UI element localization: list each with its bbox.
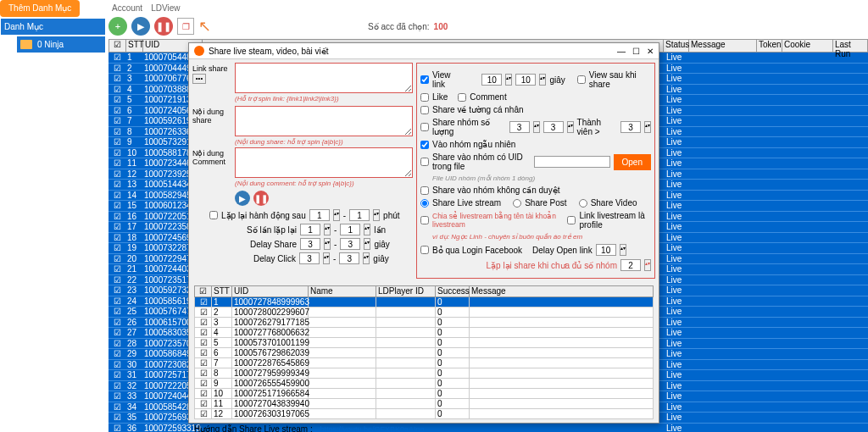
- sub-table-row[interactable]: ☑910007265554599000: [194, 379, 654, 389]
- boqua-checkbox[interactable]: [420, 246, 429, 254]
- sharenhom-checkbox[interactable]: [420, 123, 429, 131]
- comment-checkbox[interactable]: [458, 93, 466, 102]
- sub-table-row[interactable]: ☑510005737010011990: [194, 338, 654, 348]
- viewsau-checkbox[interactable]: [577, 75, 586, 84]
- linkprofile-checkbox[interactable]: [567, 216, 576, 224]
- sub-table-row[interactable]: ☑110007278489999630: [194, 297, 654, 307]
- device-button[interactable]: ❐: [177, 18, 194, 35]
- delay-share-max[interactable]: [340, 238, 360, 250]
- chiase-hint: ví dụ: Ngọc Linh - chuyên sỉ buôn quần á…: [432, 233, 651, 241]
- spinner[interactable]: ▴▾: [620, 244, 626, 256]
- dialog-pause-button[interactable]: ❚❚: [253, 191, 269, 206]
- nhom-min[interactable]: [509, 121, 530, 133]
- sub-table-row[interactable]: ☑1210007263031970650: [194, 409, 654, 419]
- viewlink-label: View link: [432, 70, 461, 89]
- repeat-label: Lặp lại hành động sau: [221, 211, 306, 220]
- sharevideo-radio[interactable]: [579, 199, 587, 208]
- open-button[interactable]: Open: [614, 154, 651, 170]
- guide-label: Hướng dẫn Share Live stream :: [194, 424, 313, 432]
- dialog-titlebar: Share live steam, video, bài viết — ☐ ✕: [189, 43, 659, 59]
- pause-button[interactable]: ❚❚: [154, 17, 173, 36]
- spinner[interactable]: ▴▾: [364, 238, 370, 250]
- spinner[interactable]: ▴▾: [567, 121, 574, 133]
- sub-table-row[interactable]: ☑410007277680066320: [194, 328, 654, 338]
- tab-ldview[interactable]: LDView: [151, 3, 180, 13]
- count-label: Số lần lặp lại: [247, 225, 297, 235]
- nhom-max[interactable]: [543, 121, 564, 133]
- add-category-button[interactable]: Thêm Danh Mục: [0, 0, 80, 17]
- minimize-button[interactable]: —: [617, 47, 626, 56]
- col-status: Status: [664, 40, 689, 52]
- chiase-checkbox[interactable]: [420, 216, 429, 224]
- spinner[interactable]: ▴▾: [333, 209, 340, 221]
- viewsau-label: View sau khi share: [589, 70, 651, 89]
- sharevaonhom-checkbox[interactable]: [420, 158, 429, 166]
- dialog-play-button[interactable]: ▶: [235, 191, 250, 206]
- guide-link[interactable]: https://youtu.be/GFXBK0aAIpo: [320, 425, 425, 432]
- sub-table-row[interactable]: ☑1010007251719665840: [194, 389, 654, 399]
- sub-table-row[interactable]: ☑810007279599993490: [194, 368, 654, 379]
- spinner[interactable]: ▴▾: [324, 224, 331, 235]
- delay-click-label: Delay Click: [253, 254, 296, 263]
- file-hint: File UID nhóm (mỗi nhóm 1 dòng): [432, 174, 651, 182]
- viewlink-min[interactable]: [481, 74, 502, 86]
- spinner[interactable]: ▴▾: [644, 121, 651, 133]
- repeat-max-input[interactable]: [349, 209, 370, 221]
- sub-table-row[interactable]: ☑610005767298620390: [194, 348, 654, 358]
- col-cookie: Cookie: [782, 40, 833, 52]
- count-max-input[interactable]: [340, 224, 360, 235]
- nd-share-input[interactable]: [235, 106, 413, 136]
- delay-share-min[interactable]: [300, 238, 320, 250]
- laplaishare-input[interactable]: [620, 259, 641, 271]
- delay-click-max[interactable]: [339, 252, 359, 264]
- spinner[interactable]: ▴▾: [505, 74, 512, 86]
- link-share-input[interactable]: [235, 63, 413, 93]
- uid-file-input[interactable]: [534, 156, 610, 168]
- sharetuong-checkbox[interactable]: [420, 106, 429, 114]
- sub-table-row[interactable]: ☑310007262791771850: [194, 318, 654, 328]
- sub-table-row[interactable]: ☑1110007270438399400: [194, 399, 654, 409]
- add-button[interactable]: +: [108, 17, 127, 36]
- spinner[interactable]: ▴▾: [533, 121, 540, 133]
- app-icon: [194, 46, 204, 56]
- play-button[interactable]: ▶: [131, 17, 150, 36]
- folder-icon: [20, 40, 32, 49]
- sidebar-item-danhmuc[interactable]: Danh Mục: [1, 19, 105, 35]
- delay-share-label: Delay Share: [250, 240, 297, 249]
- viewlink-max[interactable]: [515, 74, 536, 86]
- close-button[interactable]: ✕: [647, 47, 654, 56]
- delayopen-input[interactable]: [596, 244, 616, 256]
- spinner[interactable]: ▴▾: [363, 252, 370, 264]
- spinner[interactable]: ▴▾: [373, 209, 380, 221]
- sharelive-radio[interactable]: [420, 199, 429, 208]
- dialog-title: Share live steam, video, bài viết: [209, 47, 329, 56]
- spinner[interactable]: ▴▾: [324, 238, 331, 250]
- spinner[interactable]: ▴▾: [539, 74, 546, 86]
- khongduyet-checkbox[interactable]: [420, 186, 429, 195]
- sub-table-row[interactable]: ☑710007228765458690: [194, 358, 654, 368]
- nd-comment-input[interactable]: [235, 147, 413, 178]
- maximize-button[interactable]: ☐: [632, 47, 640, 56]
- tab-account[interactable]: Account: [112, 3, 142, 13]
- thanhvien-input[interactable]: [620, 121, 641, 133]
- nd-share-hint: (Nội dung share: hỗ trợ spin {a|b|c}): [235, 138, 413, 146]
- col-message: Message: [689, 40, 757, 52]
- header-checkbox[interactable]: ☑: [109, 40, 126, 52]
- delay-click-min[interactable]: [299, 252, 320, 264]
- spinner[interactable]: ▴▾: [364, 224, 370, 235]
- sidebar-item-ninja[interactable]: 0 Ninja: [17, 36, 105, 53]
- sub-header-checkbox[interactable]: ☑: [195, 286, 212, 296]
- repeat-min-input[interactable]: [309, 209, 330, 221]
- vaonhom-checkbox[interactable]: [420, 141, 429, 149]
- sub-table-row[interactable]: ☑210007280022996070: [194, 307, 654, 318]
- spinner[interactable]: ▴▾: [644, 259, 651, 271]
- viewlink-checkbox[interactable]: [420, 75, 429, 84]
- col-stt: STT: [126, 40, 143, 52]
- spinner[interactable]: ▴▾: [323, 252, 330, 264]
- repeat-checkbox[interactable]: [209, 211, 218, 219]
- sharepost-radio[interactable]: [513, 199, 521, 208]
- cursor-icon[interactable]: ↖: [198, 17, 211, 36]
- like-checkbox[interactable]: [420, 93, 429, 102]
- count-min-input[interactable]: [300, 224, 320, 235]
- collapse-button[interactable]: •••: [192, 74, 206, 84]
